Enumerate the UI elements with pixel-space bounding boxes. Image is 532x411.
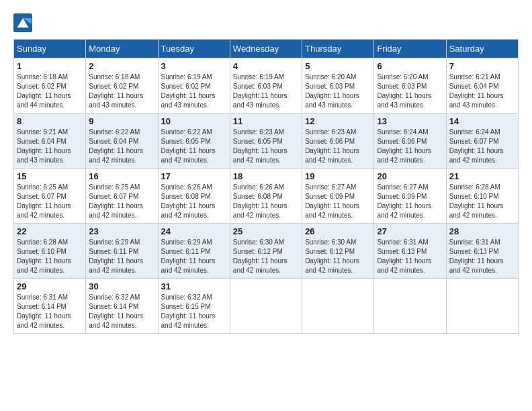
calendar-cell: 28 Sunrise: 6:31 AM Sunset: 6:13 PM Dayl… — [446, 224, 518, 279]
day-info: Sunrise: 6:30 AM Sunset: 6:12 PM Dayligh… — [305, 238, 371, 275]
day-number: 22 — [17, 226, 83, 236]
day-info: Sunrise: 6:25 AM Sunset: 6:07 PM Dayligh… — [89, 183, 154, 220]
day-number: 25 — [233, 226, 299, 236]
day-number: 28 — [449, 226, 515, 236]
day-number: 23 — [89, 226, 154, 236]
day-number: 31 — [161, 281, 227, 291]
day-number: 30 — [89, 281, 154, 291]
day-header-friday: Friday — [374, 40, 446, 58]
calendar-cell — [446, 279, 518, 334]
calendar-cell: 9 Sunrise: 6:22 AM Sunset: 6:04 PM Dayli… — [86, 113, 158, 169]
day-number: 15 — [17, 171, 83, 181]
calendar-cell — [230, 279, 302, 334]
day-info: Sunrise: 6:20 AM Sunset: 6:03 PM Dayligh… — [377, 73, 443, 110]
day-info: Sunrise: 6:21 AM Sunset: 6:04 PM Dayligh… — [449, 73, 515, 110]
calendar-cell: 24 Sunrise: 6:29 AM Sunset: 6:11 PM Dayl… — [158, 224, 230, 279]
calendar-cell: 10 Sunrise: 6:22 AM Sunset: 6:05 PM Dayl… — [158, 113, 230, 169]
calendar-header: SundayMondayTuesdayWednesdayThursdayFrid… — [14, 40, 519, 58]
day-number: 29 — [17, 281, 83, 291]
day-info: Sunrise: 6:31 AM Sunset: 6:13 PM Dayligh… — [377, 238, 443, 275]
day-info: Sunrise: 6:30 AM Sunset: 6:12 PM Dayligh… — [233, 238, 299, 275]
calendar-week-3: 15 Sunrise: 6:25 AM Sunset: 6:07 PM Dayl… — [14, 169, 519, 224]
calendar-cell: 21 Sunrise: 6:28 AM Sunset: 6:10 PM Dayl… — [446, 169, 518, 224]
calendar-cell — [374, 279, 446, 334]
calendar-cell: 31 Sunrise: 6:32 AM Sunset: 6:15 PM Dayl… — [158, 279, 230, 334]
day-info: Sunrise: 6:23 AM Sunset: 6:05 PM Dayligh… — [233, 128, 299, 165]
day-info: Sunrise: 6:24 AM Sunset: 6:06 PM Dayligh… — [377, 128, 443, 165]
calendar-cell: 7 Sunrise: 6:21 AM Sunset: 6:04 PM Dayli… — [446, 58, 518, 113]
calendar-cell — [302, 279, 374, 334]
calendar-cell: 3 Sunrise: 6:19 AM Sunset: 6:02 PM Dayli… — [158, 58, 230, 113]
calendar-week-1: 1 Sunrise: 6:18 AM Sunset: 6:02 PM Dayli… — [14, 58, 519, 113]
day-number: 27 — [377, 226, 443, 236]
day-number: 10 — [161, 116, 227, 126]
day-info: Sunrise: 6:27 AM Sunset: 6:09 PM Dayligh… — [305, 183, 371, 220]
day-number: 4 — [233, 61, 299, 71]
day-header-tuesday: Tuesday — [158, 40, 230, 58]
day-info: Sunrise: 6:25 AM Sunset: 6:07 PM Dayligh… — [17, 183, 83, 220]
calendar-week-2: 8 Sunrise: 6:21 AM Sunset: 6:04 PM Dayli… — [14, 113, 519, 169]
day-number: 2 — [89, 61, 154, 71]
day-info: Sunrise: 6:24 AM Sunset: 6:07 PM Dayligh… — [449, 128, 515, 165]
day-info: Sunrise: 6:29 AM Sunset: 6:11 PM Dayligh… — [89, 238, 154, 275]
day-number: 8 — [17, 116, 83, 126]
calendar-week-5: 29 Sunrise: 6:31 AM Sunset: 6:14 PM Dayl… — [14, 279, 519, 334]
calendar-cell: 23 Sunrise: 6:29 AM Sunset: 6:11 PM Dayl… — [86, 224, 158, 279]
day-number: 5 — [305, 61, 371, 71]
day-info: Sunrise: 6:22 AM Sunset: 6:04 PM Dayligh… — [89, 128, 154, 165]
day-number: 18 — [233, 171, 299, 181]
day-number: 19 — [305, 171, 371, 181]
day-info: Sunrise: 6:31 AM Sunset: 6:13 PM Dayligh… — [449, 238, 515, 275]
calendar-cell: 30 Sunrise: 6:32 AM Sunset: 6:14 PM Dayl… — [86, 279, 158, 334]
day-number: 26 — [305, 226, 371, 236]
day-info: Sunrise: 6:26 AM Sunset: 6:08 PM Dayligh… — [161, 183, 227, 220]
day-info: Sunrise: 6:32 AM Sunset: 6:14 PM Dayligh… — [89, 293, 154, 330]
day-number: 13 — [377, 116, 443, 126]
calendar-cell: 29 Sunrise: 6:31 AM Sunset: 6:14 PM Dayl… — [14, 279, 86, 334]
page-header — [13, 13, 519, 32]
day-info: Sunrise: 6:27 AM Sunset: 6:09 PM Dayligh… — [377, 183, 443, 220]
calendar-cell: 25 Sunrise: 6:30 AM Sunset: 6:12 PM Dayl… — [230, 224, 302, 279]
day-number: 16 — [89, 171, 154, 181]
day-info: Sunrise: 6:18 AM Sunset: 6:02 PM Dayligh… — [89, 73, 154, 110]
day-info: Sunrise: 6:20 AM Sunset: 6:03 PM Dayligh… — [305, 73, 371, 110]
calendar-cell: 26 Sunrise: 6:30 AM Sunset: 6:12 PM Dayl… — [302, 224, 374, 279]
calendar-cell: 11 Sunrise: 6:23 AM Sunset: 6:05 PM Dayl… — [230, 113, 302, 169]
calendar-cell: 22 Sunrise: 6:28 AM Sunset: 6:10 PM Dayl… — [14, 224, 86, 279]
calendar-week-4: 22 Sunrise: 6:28 AM Sunset: 6:10 PM Dayl… — [14, 224, 519, 279]
day-number: 7 — [449, 61, 515, 71]
day-number: 14 — [449, 116, 515, 126]
calendar: SundayMondayTuesdayWednesdayThursdayFrid… — [13, 39, 519, 334]
logo — [13, 13, 34, 32]
day-number: 21 — [449, 171, 515, 181]
day-info: Sunrise: 6:29 AM Sunset: 6:11 PM Dayligh… — [161, 238, 227, 275]
calendar-cell: 20 Sunrise: 6:27 AM Sunset: 6:09 PM Dayl… — [374, 169, 446, 224]
day-info: Sunrise: 6:31 AM Sunset: 6:14 PM Dayligh… — [17, 293, 83, 330]
day-header-sunday: Sunday — [14, 40, 86, 58]
calendar-cell: 1 Sunrise: 6:18 AM Sunset: 6:02 PM Dayli… — [14, 58, 86, 113]
day-info: Sunrise: 6:18 AM Sunset: 6:02 PM Dayligh… — [17, 73, 83, 110]
calendar-cell: 14 Sunrise: 6:24 AM Sunset: 6:07 PM Dayl… — [446, 113, 518, 169]
logo-icon — [13, 13, 32, 32]
day-info: Sunrise: 6:21 AM Sunset: 6:04 PM Dayligh… — [17, 128, 83, 165]
day-info: Sunrise: 6:28 AM Sunset: 6:10 PM Dayligh… — [449, 183, 515, 220]
calendar-cell: 5 Sunrise: 6:20 AM Sunset: 6:03 PM Dayli… — [302, 58, 374, 113]
day-header-thursday: Thursday — [302, 40, 374, 58]
calendar-cell: 15 Sunrise: 6:25 AM Sunset: 6:07 PM Dayl… — [14, 169, 86, 224]
day-number: 1 — [17, 61, 83, 71]
day-number: 6 — [377, 61, 443, 71]
day-info: Sunrise: 6:32 AM Sunset: 6:15 PM Dayligh… — [161, 293, 227, 330]
day-info: Sunrise: 6:19 AM Sunset: 6:02 PM Dayligh… — [161, 73, 227, 110]
calendar-cell: 19 Sunrise: 6:27 AM Sunset: 6:09 PM Dayl… — [302, 169, 374, 224]
day-number: 3 — [161, 61, 227, 71]
day-number: 24 — [161, 226, 227, 236]
day-header-saturday: Saturday — [446, 40, 518, 58]
calendar-cell: 17 Sunrise: 6:26 AM Sunset: 6:08 PM Dayl… — [158, 169, 230, 224]
day-info: Sunrise: 6:26 AM Sunset: 6:08 PM Dayligh… — [233, 183, 299, 220]
calendar-cell: 16 Sunrise: 6:25 AM Sunset: 6:07 PM Dayl… — [86, 169, 158, 224]
day-number: 9 — [89, 116, 154, 126]
day-number: 20 — [377, 171, 443, 181]
calendar-cell: 6 Sunrise: 6:20 AM Sunset: 6:03 PM Dayli… — [374, 58, 446, 113]
day-info: Sunrise: 6:23 AM Sunset: 6:06 PM Dayligh… — [305, 128, 371, 165]
day-info: Sunrise: 6:22 AM Sunset: 6:05 PM Dayligh… — [161, 128, 227, 165]
